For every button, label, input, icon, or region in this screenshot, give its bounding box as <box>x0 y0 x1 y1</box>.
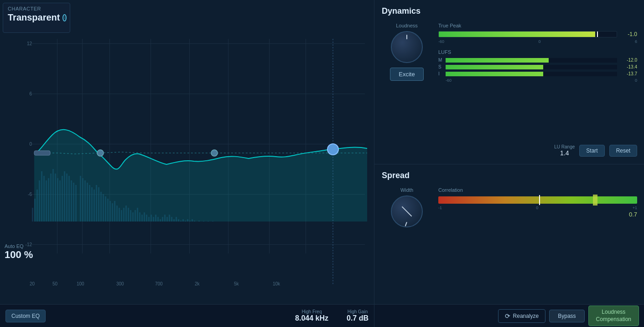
lufs-value-i: -13.7 <box>620 71 637 76</box>
width-label: Width <box>382 187 432 193</box>
dynamics-title: Dynamics <box>382 6 637 16</box>
x-label-100: 100 <box>77 281 84 286</box>
x-label-5k: 5k <box>234 281 239 286</box>
correlation-area: Correlation -1 0 +1 0.7 <box>438 187 637 218</box>
lufs-row-s: S -13.4 <box>438 64 637 69</box>
spread-section: Spread Width Correlation -1 0 +1 0.7 <box>374 164 644 304</box>
lufs-axis: -60 0 <box>438 78 637 83</box>
loudness-comp-label: LoudnessCompensation <box>596 309 631 322</box>
lufs-fill-i <box>446 72 543 76</box>
correlation-label: Correlation <box>438 187 637 193</box>
width-knob-area: Width <box>382 187 432 227</box>
start-button[interactable]: Start <box>579 145 604 157</box>
reanalyze-icon: ⟳ <box>505 312 510 320</box>
x-label-20: 20 <box>30 281 35 286</box>
corr-axis-min: -1 <box>438 206 442 210</box>
character-dropdown-icon[interactable]: ↕ <box>62 14 67 21</box>
eq-chart: 12 6 0 -6 -12 <box>5 39 369 295</box>
loudness-label: Loudness <box>382 23 432 28</box>
width-knob[interactable] <box>391 195 423 227</box>
high-gain-value: 0.7 dB <box>347 314 369 322</box>
width-indicator-slash <box>402 206 412 217</box>
peak-axis: -60 0 6 <box>438 39 637 44</box>
corr-axis-center: 0 <box>536 206 538 210</box>
true-peak-bar <box>438 31 617 37</box>
true-peak-title: True Peak <box>438 23 637 28</box>
lufs-fill-m <box>446 58 549 63</box>
custom-eq-button[interactable]: Custom EQ <box>5 310 46 322</box>
eq-handle-left <box>34 151 50 155</box>
lufs-value-s: -13.4 <box>620 64 637 69</box>
width-knob-indicator <box>405 222 407 227</box>
character-box: Character Transparent ↕ <box>3 3 70 33</box>
high-freq-label: High Freq <box>295 309 328 314</box>
knob-indicator <box>406 35 407 39</box>
character-text: Transparent <box>8 12 60 23</box>
lufs-fill-s <box>446 65 543 69</box>
true-peak-row: -1.0 <box>438 31 637 37</box>
high-gain-label: High Gain <box>347 309 369 314</box>
lufs-value-m: -12.0 <box>620 58 637 63</box>
meters-area: True Peak -1.0 -60 0 6 LUFS M <box>438 23 637 83</box>
left-panel: Character Transparent ↕ 12 6 0 -6 -12 <box>0 0 374 327</box>
correlation-value: 0.7 <box>438 211 637 218</box>
high-freq-value: 8.044 kHz <box>295 314 328 322</box>
auto-eq-section: Auto EQ 100 % <box>5 243 33 261</box>
x-label-700: 700 <box>155 281 163 286</box>
corr-indicator <box>593 195 597 206</box>
auto-eq-label: Auto EQ <box>5 243 33 249</box>
auto-eq-value: 100 % <box>5 249 33 261</box>
bottom-bar: Custom EQ High Freq 8.044 kHz High Gain … <box>0 304 374 327</box>
high-gain-info: High Gain 0.7 dB <box>347 309 369 322</box>
peak-axis-center: 0 <box>538 39 540 44</box>
lufs-bar-i <box>446 72 617 76</box>
peak-bar-fill <box>439 32 595 37</box>
bottom-right-bar: ⟳ Reanalyze Bypass LoudnessCompensation <box>374 304 644 327</box>
right-panel: Dynamics Loudness Excite True Peak -1.0 … <box>374 0 644 327</box>
lufs-bar-s <box>446 65 617 69</box>
lufs-section: LUFS M -12.0 S -13.4 I <box>438 49 637 83</box>
lu-range: LU Range 1.4 <box>554 144 575 157</box>
x-label-300: 300 <box>116 281 124 286</box>
reanalyze-button[interactable]: ⟳ Reanalyze <box>498 309 546 323</box>
peak-marker <box>597 32 598 37</box>
eq-curve-svg <box>30 39 367 285</box>
loudness-compensation-button[interactable]: LoudnessCompensation <box>588 306 639 326</box>
peak-axis-min: -60 <box>438 39 444 44</box>
lu-controls: LU Range 1.4 Start Reset <box>554 144 637 157</box>
lu-range-label: LU Range <box>554 144 575 149</box>
true-peak-value: -1.0 <box>621 31 637 37</box>
lufs-title: LUFS <box>438 49 637 55</box>
spread-title: Spread <box>382 171 637 180</box>
x-label-50: 50 <box>52 281 57 286</box>
lufs-axis-max: 0 <box>635 78 637 83</box>
lufs-row-m: M -12.0 <box>438 58 637 63</box>
lufs-channel-s: S <box>438 64 443 69</box>
correlation-bar <box>438 196 637 204</box>
corr-axis: -1 0 +1 <box>438 206 637 210</box>
eq-point-2 <box>211 150 218 156</box>
character-label: Character <box>8 6 65 11</box>
excite-button[interactable]: Excite <box>390 68 423 81</box>
bypass-button[interactable]: Bypass <box>549 310 584 322</box>
corr-center-marker <box>539 195 540 205</box>
loudness-knob[interactable] <box>391 31 423 63</box>
character-value: Transparent ↕ <box>8 12 65 23</box>
eq-point-1 <box>97 150 104 156</box>
dynamics-section: Dynamics Loudness Excite True Peak -1.0 … <box>374 0 644 164</box>
x-label-10k: 10k <box>273 281 280 286</box>
loudness-knob-area: Loudness Excite <box>382 23 432 81</box>
eq-fill <box>34 130 367 222</box>
lu-range-value: 1.4 <box>554 149 575 157</box>
lufs-bar-m <box>446 58 617 63</box>
corr-axis-max: +1 <box>633 206 637 210</box>
reanalyze-label: Reanalyze <box>513 313 539 319</box>
lufs-row-i: I -13.7 <box>438 71 637 76</box>
reset-button[interactable]: Reset <box>609 145 637 157</box>
x-label-2k: 2k <box>195 281 200 286</box>
lufs-channel-i: I <box>438 71 443 76</box>
lufs-channel-m: M <box>438 58 443 63</box>
lufs-axis-min: -60 <box>446 78 452 83</box>
peak-axis-max: 6 <box>635 39 637 44</box>
svg-rect-0 <box>32 208 33 222</box>
